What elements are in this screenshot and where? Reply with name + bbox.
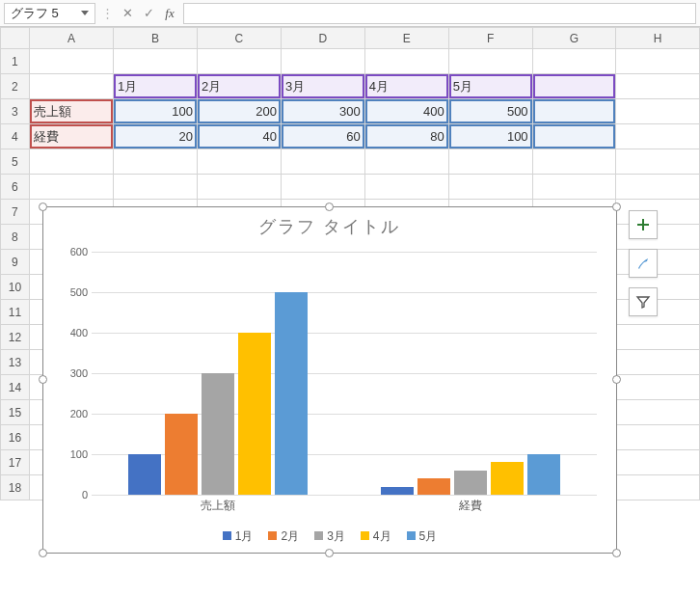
cell-H14[interactable]	[616, 375, 700, 400]
cell-G6[interactable]	[532, 175, 616, 200]
row-header-17[interactable]: 17	[1, 450, 30, 475]
resize-handle-bm[interactable]	[325, 549, 334, 557]
embedded-chart[interactable]: グラフ タイトル 0100200300400500600 売上額経費 1月2月3…	[42, 206, 617, 554]
cell-A4[interactable]: 経費	[29, 124, 113, 149]
cell-C1[interactable]	[197, 49, 281, 74]
chart-title[interactable]: グラフ タイトル	[43, 215, 616, 238]
row-header-6[interactable]: 6	[1, 175, 30, 200]
cell-H6[interactable]	[616, 175, 700, 200]
col-header-B[interactable]: B	[114, 28, 198, 49]
row-header-7[interactable]: 7	[1, 200, 30, 225]
cell-D2[interactable]: 3月	[281, 74, 364, 99]
row-header-10[interactable]: 10	[1, 275, 30, 300]
cell-B2[interactable]: 1月	[114, 74, 198, 99]
cell-B6[interactable]	[114, 175, 198, 200]
cancel-icon[interactable]: ✕	[120, 6, 135, 20]
cell-D6[interactable]	[281, 175, 364, 200]
cell-A3[interactable]: 売上額	[29, 99, 113, 124]
cell-F3[interactable]: 500	[448, 99, 532, 124]
name-box[interactable]: グラフ 5	[4, 3, 95, 24]
row-header-15[interactable]: 15	[1, 400, 30, 425]
chart-elements-button[interactable]	[629, 210, 658, 239]
formula-input[interactable]	[183, 3, 696, 24]
cell-F4[interactable]: 100	[448, 124, 532, 149]
cell-H5[interactable]	[616, 149, 700, 175]
row-header-14[interactable]: 14	[1, 375, 30, 400]
cell-H16[interactable]	[616, 425, 700, 450]
cell-H15[interactable]	[616, 400, 700, 425]
row-header-12[interactable]: 12	[1, 325, 30, 350]
chart-bar[interactable]	[202, 373, 234, 495]
row-header-3[interactable]: 3	[1, 99, 30, 124]
col-header-F[interactable]: F	[448, 28, 532, 49]
legend-item[interactable]: 2月	[268, 528, 299, 545]
legend-item[interactable]: 4月	[361, 528, 391, 545]
cell-B1[interactable]	[114, 49, 198, 74]
cell-F2[interactable]: 5月	[448, 74, 532, 99]
resize-handle-ml[interactable]	[39, 375, 47, 384]
col-header-A[interactable]: A	[29, 28, 113, 49]
col-header-H[interactable]: H	[616, 28, 700, 49]
cell-H17[interactable]	[616, 450, 700, 475]
cell-G4[interactable]	[532, 124, 616, 149]
cell-H13[interactable]	[616, 350, 700, 375]
row-header-4[interactable]: 4	[1, 124, 30, 149]
chart-category-group[interactable]: 経費	[344, 252, 597, 495]
row-header-11[interactable]: 11	[1, 300, 30, 325]
row-header-16[interactable]: 16	[1, 425, 30, 450]
col-header-D[interactable]: D	[281, 28, 364, 49]
cell-G3[interactable]	[532, 99, 616, 124]
cell-E1[interactable]	[364, 49, 448, 74]
chart-legend[interactable]: 1月2月3月4月5月	[43, 528, 616, 545]
cell-D5[interactable]	[281, 149, 364, 175]
cell-B3[interactable]: 100	[114, 99, 198, 124]
fx-icon[interactable]: fx	[162, 6, 177, 21]
chart-bar[interactable]	[165, 414, 198, 495]
cell-H12[interactable]	[616, 325, 700, 350]
cell-D4[interactable]: 60	[281, 124, 364, 149]
legend-item[interactable]: 5月	[407, 528, 438, 545]
cell-A2[interactable]	[29, 74, 113, 99]
row-header-9[interactable]: 9	[1, 250, 30, 275]
chart-bar[interactable]	[238, 333, 271, 495]
cell-H1[interactable]	[616, 49, 700, 74]
resize-handle-br[interactable]	[612, 549, 621, 557]
chart-bar[interactable]	[275, 292, 308, 495]
cell-E5[interactable]	[364, 149, 448, 175]
cell-G1[interactable]	[532, 49, 616, 74]
cell-D1[interactable]	[281, 49, 364, 74]
cell-H18[interactable]	[616, 475, 700, 500]
cell-A1[interactable]	[29, 49, 113, 74]
resize-handle-tr[interactable]	[612, 203, 621, 211]
legend-item[interactable]: 1月	[223, 528, 254, 545]
resize-handle-mr[interactable]	[612, 375, 621, 384]
cell-E3[interactable]: 400	[364, 99, 448, 124]
row-header-5[interactable]: 5	[1, 149, 30, 175]
row-header-8[interactable]: 8	[1, 225, 30, 250]
cell-E4[interactable]: 80	[364, 124, 448, 149]
select-all-corner[interactable]	[1, 28, 30, 49]
cell-C3[interactable]: 200	[197, 99, 281, 124]
col-header-E[interactable]: E	[364, 28, 448, 49]
cell-F1[interactable]	[448, 49, 532, 74]
cell-F5[interactable]	[448, 149, 532, 175]
cell-B5[interactable]	[114, 149, 198, 175]
chart-bar[interactable]	[491, 462, 524, 495]
row-header-1[interactable]: 1	[1, 49, 30, 74]
chart-bar[interactable]	[381, 487, 414, 495]
cell-H4[interactable]	[616, 124, 700, 149]
col-header-G[interactable]: G	[532, 28, 616, 49]
cell-G2[interactable]	[532, 74, 616, 99]
col-header-C[interactable]: C	[197, 28, 281, 49]
cell-E6[interactable]	[364, 175, 448, 200]
legend-item[interactable]: 3月	[314, 528, 345, 545]
resize-handle-tm[interactable]	[325, 203, 334, 211]
cell-C5[interactable]	[197, 149, 281, 175]
cell-A5[interactable]	[29, 149, 113, 175]
chart-filter-button[interactable]	[629, 287, 658, 316]
name-box-dropdown-icon[interactable]	[81, 11, 89, 15]
cell-H3[interactable]	[616, 99, 700, 124]
chart-bar[interactable]	[417, 478, 450, 495]
cell-C4[interactable]: 40	[197, 124, 281, 149]
cell-C2[interactable]: 2月	[197, 74, 281, 99]
